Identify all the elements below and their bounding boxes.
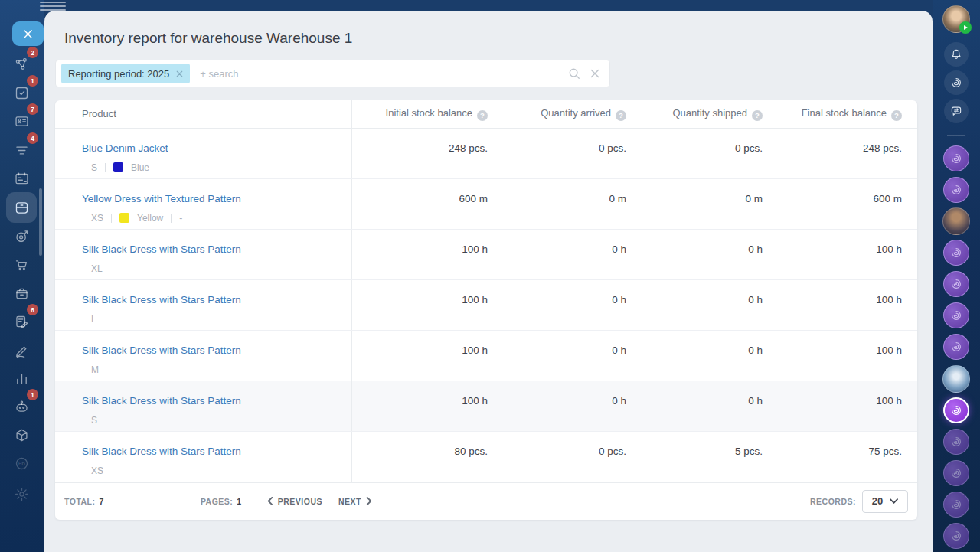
inventory-table: Product Initial stock balance Quantity a…: [55, 100, 917, 482]
cell-shipped: 0 h: [642, 381, 778, 431]
cell-arrived: 0 h: [503, 381, 642, 431]
filter-bar[interactable]: Reporting period: 2025 + search: [55, 60, 610, 87]
product-link[interactable]: Blue Denim Jacket: [82, 142, 168, 154]
swirl-icon: [949, 183, 963, 197]
variant-size: L: [91, 314, 96, 325]
table-row: Silk Black Dress with Stars Pattern M 10…: [55, 330, 917, 381]
previous-button[interactable]: PREVIOUS: [267, 497, 322, 506]
color-swatch: [119, 213, 129, 223]
bot-button[interactable]: [943, 145, 969, 171]
next-button[interactable]: NEXT: [338, 497, 372, 506]
help-icon[interactable]: [477, 110, 488, 121]
swirl-icon: [949, 466, 963, 480]
assistant-button[interactable]: [944, 70, 969, 95]
variant-size: S: [91, 162, 97, 173]
badge: 4: [27, 132, 38, 144]
variant-size: XL: [91, 263, 103, 274]
sidebar-item-settings[interactable]: [6, 479, 37, 509]
pages-value: 1: [237, 497, 241, 506]
swirl-icon: [949, 435, 963, 449]
swirl-icon: [949, 309, 963, 322]
chevron-down-icon: [890, 498, 898, 504]
help-icon[interactable]: [752, 110, 763, 121]
cell-initial: 100 h: [351, 381, 503, 431]
cell-initial: 600 m: [351, 178, 503, 229]
sidebar-item-orders[interactable]: 6: [6, 306, 37, 337]
badge: 1: [27, 389, 38, 400]
cell-final: 75 pcs.: [778, 431, 917, 482]
notifications-button[interactable]: [944, 42, 969, 67]
bot-button[interactable]: [943, 302, 969, 328]
product-link[interactable]: Silk Black Dress with Stars Pattern: [82, 243, 241, 255]
sidebar-scrollbar[interactable]: [39, 188, 42, 256]
svg-text:HD: HD: [18, 460, 25, 465]
product-link[interactable]: Silk Black Dress with Stars Pattern: [82, 446, 241, 457]
app-window: 2 1 7 4 6: [0, 0, 980, 552]
total-label: TOTAL:: [64, 497, 96, 506]
cell-arrived: 0 m: [503, 178, 642, 229]
sidebar-item-goals[interactable]: [6, 220, 37, 251]
user-avatar[interactable]: [942, 5, 970, 33]
page-title: Inventory report for warehouse Warehouse…: [44, 11, 933, 47]
sidebar-item-warehouse[interactable]: [6, 192, 37, 223]
swirl-icon: [949, 246, 963, 260]
swirl-icon: [949, 277, 963, 291]
bot-button[interactable]: [943, 429, 969, 455]
product-link[interactable]: Yellow Dress with Textured Pattern: [82, 193, 241, 204]
robot-avatar[interactable]: [942, 365, 970, 393]
sidebar-item-contacts[interactable]: 7: [6, 106, 37, 136]
table-footer: TOTAL: 7 PAGES: 1 PREVIOUS NEXT RECORDS:: [55, 482, 917, 520]
table-row: Silk Black Dress with Stars Pattern XS 8…: [55, 431, 917, 482]
bot-button[interactable]: [943, 240, 969, 266]
cell-final: 600 m: [778, 178, 917, 229]
right-sidebar: [933, 0, 980, 552]
sidebar-item-filters[interactable]: 4: [6, 135, 37, 165]
bot-button[interactable]: [943, 492, 969, 518]
bot-button-active[interactable]: [943, 397, 969, 423]
cell-final: 100 h: [778, 229, 917, 279]
table-row: Silk Black Dress with Stars Pattern S 10…: [55, 381, 917, 431]
variant-color: Yellow: [137, 213, 163, 224]
filter-chip: Reporting period: 2025: [61, 64, 190, 83]
sidebar-item-hd[interactable]: HD: [6, 448, 37, 479]
badge: 7: [27, 103, 38, 115]
bot-button[interactable]: [943, 334, 969, 360]
search-icon[interactable]: [568, 67, 580, 80]
cell-shipped: 0 m: [642, 178, 778, 229]
inventory-table-card: Product Initial stock balance Quantity a…: [55, 100, 917, 520]
cell-initial: 100 h: [351, 330, 503, 381]
bot-button[interactable]: [943, 460, 969, 486]
close-icon: [23, 29, 33, 39]
cell-initial: 248 pcs.: [351, 128, 503, 178]
clear-filters-icon[interactable]: [590, 69, 599, 78]
bot-button[interactable]: [943, 271, 969, 297]
chat-arrows-icon: [949, 104, 963, 118]
sidebar-item-cart[interactable]: [6, 250, 37, 280]
records-per-page-select[interactable]: 20: [862, 490, 908, 513]
close-button[interactable]: [12, 21, 44, 46]
chat-transfer-button[interactable]: [944, 99, 969, 123]
sidebar-divider: [947, 135, 965, 136]
sidebar-item-cube[interactable]: [6, 420, 37, 450]
menu-icon[interactable]: [40, 2, 66, 11]
search-placeholder[interactable]: + search: [200, 68, 238, 80]
bot-button[interactable]: [943, 177, 969, 203]
table-row: Silk Black Dress with Stars Pattern L 10…: [55, 279, 917, 330]
sidebar-item-bot[interactable]: 1: [6, 391, 37, 422]
product-link[interactable]: Silk Black Dress with Stars Pattern: [82, 294, 241, 305]
table-row: Yellow Dress with Textured Pattern XS Ye…: [55, 178, 917, 229]
records-label: RECORDS:: [810, 497, 856, 506]
sidebar-item-planner[interactable]: [6, 163, 37, 194]
bot-button[interactable]: [943, 523, 969, 549]
total-value: 7: [100, 497, 104, 506]
product-link[interactable]: Silk Black Dress with Stars Pattern: [82, 395, 241, 407]
chip-remove-icon[interactable]: [176, 70, 183, 77]
help-icon[interactable]: [891, 110, 902, 121]
contact-avatar[interactable]: [942, 207, 970, 235]
variant-size: XS: [91, 465, 103, 476]
col-shipped: Quantity shipped: [642, 100, 778, 128]
help-icon[interactable]: [616, 110, 626, 121]
swirl-icon: [949, 340, 963, 354]
sidebar-item-edit[interactable]: [6, 335, 37, 366]
product-link[interactable]: Silk Black Dress with Stars Pattern: [82, 345, 241, 356]
